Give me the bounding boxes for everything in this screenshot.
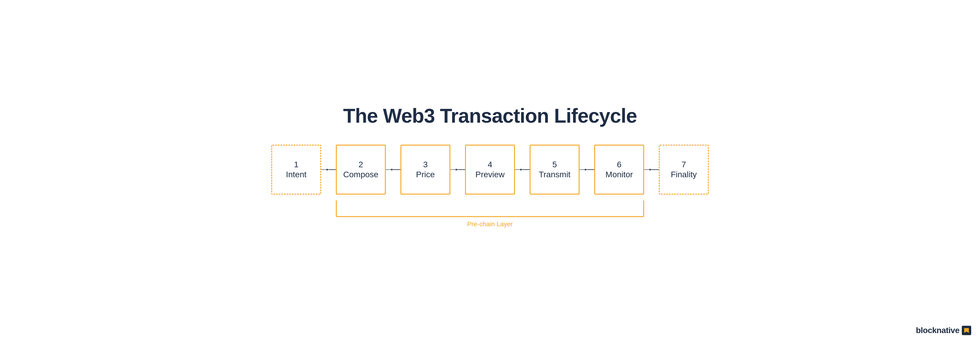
stage-number-6: 6 — [617, 160, 622, 170]
stage-label-6: Monitor — [605, 170, 633, 179]
stage-number-7: 7 — [681, 160, 686, 170]
prechain-bracket-svg — [285, 200, 695, 218]
svg-marker-7 — [520, 169, 523, 171]
stage-box-5: 5 Transmit — [530, 145, 579, 195]
stage-box-2: 2 Compose — [336, 145, 386, 195]
svg-marker-11 — [649, 169, 652, 171]
stage-label-4: Preview — [475, 170, 505, 179]
arrow-2-to-3 — [386, 167, 401, 172]
stage-number-5: 5 — [552, 160, 557, 170]
page-container: The Web3 Transaction Lifecycle 1 Intent … — [285, 104, 695, 237]
prechain-label: Pre-chain Layer — [467, 220, 512, 228]
stage-number-4: 4 — [488, 160, 492, 170]
diagram-area: 1 Intent 2 Compose 3 Price — [285, 145, 695, 228]
stage-number-1: 1 — [294, 160, 299, 170]
prechain-section: Pre-chain Layer — [285, 200, 695, 228]
page-title: The Web3 Transaction Lifecycle — [343, 104, 637, 127]
brand-name: blocknative — [916, 326, 959, 335]
svg-marker-1 — [326, 169, 329, 171]
stage-box-1: 1 Intent — [271, 145, 321, 195]
stage-label-7: Finality — [671, 170, 697, 179]
arrow-3-to-4 — [450, 167, 465, 172]
stages-row: 1 Intent 2 Compose 3 Price — [285, 145, 695, 195]
stage-label-1: Intent — [286, 170, 307, 179]
svg-marker-5 — [456, 169, 458, 171]
stage-box-6: 6 Monitor — [594, 145, 644, 195]
brand-icon — [962, 326, 971, 335]
stage-label-2: Compose — [343, 170, 379, 179]
stage-box-7: 7 Finality — [659, 145, 709, 195]
arrow-6-to-7 — [644, 167, 659, 172]
svg-marker-3 — [391, 169, 393, 171]
stage-box-4: 4 Preview — [465, 145, 515, 195]
stage-box-3: 3 Price — [401, 145, 450, 195]
stage-label-5: Transmit — [539, 170, 570, 179]
branding: blocknative — [916, 326, 971, 335]
svg-marker-9 — [585, 169, 587, 171]
stage-label-3: Price — [416, 170, 435, 179]
arrow-4-to-5 — [515, 167, 530, 172]
arrow-1-to-2 — [321, 167, 336, 172]
arrow-5-to-6 — [579, 167, 594, 172]
stage-number-2: 2 — [358, 160, 363, 170]
stage-number-3: 3 — [423, 160, 428, 170]
